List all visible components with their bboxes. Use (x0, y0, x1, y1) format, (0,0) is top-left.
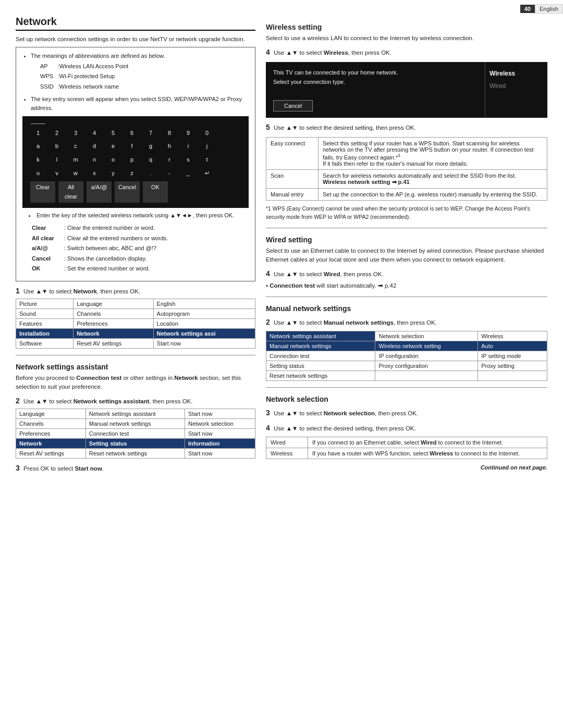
easy-connect-desc: Select this setting if your router has a… (319, 138, 547, 170)
divider-4 (266, 387, 547, 388)
nsa-row-channels: Channels Manual network settings Network… (16, 419, 255, 429)
ns-wireless-row: Wireless If you have a router with WPS f… (266, 448, 547, 459)
key-grid: 1 2 3 4 5 6 7 8 9 0 a b (22, 116, 249, 208)
step4-ns: 4 Use ▲▼ to select the desired setting, … (266, 423, 547, 434)
legend-aA-val: : Switch between abc, ABC and @!? (64, 244, 170, 253)
step5-wireless: 5 Use ▲▼ to select the desired setting, … (266, 122, 547, 133)
wired-bullet: • Connection test will start automatical… (266, 281, 547, 290)
mns-proxysetting: Proxy setting (478, 361, 547, 371)
legend-ok-key: OK (32, 264, 63, 274)
ns-wired-row: Wired If you connect to an Ethernet cabl… (266, 437, 547, 448)
mns-empty1 (375, 371, 478, 381)
step3-ns: 3 Use ▲▼ to select Network selection, th… (266, 408, 547, 418)
option-manual-entry: Manual entry Set up the connection to th… (266, 189, 547, 201)
nsa-table: Language Network settings assistant Star… (16, 409, 255, 459)
abbrev-ssid-key: SSID (40, 82, 57, 92)
key-row-u: u v w x y z . - _ ↵ (29, 167, 242, 180)
mns-conntest: Connection test (266, 351, 375, 361)
wireless-desc: Select to use a wireless LAN to connect … (266, 34, 547, 43)
continued-text: Continued on next page. (266, 464, 547, 471)
nsa-row-preferences: Preferences Connection test Start now (16, 429, 255, 439)
option-wireless[interactable]: Wireless (489, 67, 543, 80)
wireless-options-table: Easy connect Select this setting if your… (266, 137, 547, 201)
cancel-button[interactable]: Cancel (273, 100, 313, 112)
legend-allclear-key: All clear (32, 234, 63, 243)
step4-wireless: 4 Use ▲▼ to select Wireless, then press … (266, 47, 547, 58)
nsa-desc: Before you proceed to Connection test or… (16, 374, 255, 392)
mns-row-2: Manual network settings Wireless network… (266, 341, 547, 351)
menu-row-features: Features Preferences Location (16, 318, 255, 328)
mns-nsa: Network settings assistant (266, 331, 375, 341)
divider-3 (266, 297, 547, 297)
wireless-footnote: *1 WPS (Easy Connect) cannot be used whe… (266, 205, 547, 221)
left-column: Network Set up network connection settin… (16, 16, 255, 476)
key-row-k: k l m n o p q r s t (29, 154, 242, 166)
key-row-numbers: 1 2 3 4 5 6 7 8 9 0 (29, 127, 242, 140)
nsa-title: Network settings assistant (16, 363, 255, 371)
wired-title: Wired setting (266, 236, 547, 244)
menu-row-software: Software Reset AV settings Start now (16, 338, 255, 348)
legend-table: Clear : Clear the entered number or word… (31, 223, 171, 275)
nsa-row-reset: Reset AV settings Reset network settings… (16, 449, 255, 459)
mns-wns: Wireless network setting (375, 341, 478, 351)
menu-row-picture: Picture Language English (16, 299, 255, 309)
main-layout: Network Set up network connection settin… (16, 16, 547, 476)
easy-connect-label: Easy connect (266, 138, 319, 170)
legend-cancel-key: Cancel (32, 254, 63, 264)
abbrev-ap-key: AP (40, 62, 57, 71)
page-language: English (535, 4, 563, 14)
step4-wired: 4 Use ▲▼ to select Wired, then press OK. (266, 268, 547, 279)
step2-nsa: 2 Use ▲▼ to select Network settings assi… (16, 396, 255, 406)
right-column: Wireless setting Select to use a wireles… (266, 16, 547, 476)
wireless-title: Wireless setting (266, 23, 547, 31)
bullet-enter: Enter the key of the selected wireless n… (29, 211, 249, 220)
wireless-box-text: This TV can be connected to your home ne… (266, 62, 485, 118)
legend-ok-val: : Set the entered number or word. (64, 264, 170, 274)
ns-wireless-desc: If you have a router with WPS function, … (308, 448, 547, 459)
step3-nsa: 3 Press OK to select Start now. (16, 463, 255, 474)
mns-manual: Manual network settings (266, 341, 375, 351)
legend-allclear-val: : Clear all the entered numbers or words… (64, 234, 170, 243)
menu-table-network: Picture Language English Sound Channels … (16, 299, 255, 349)
mns-row-1: Network settings assistant Network selec… (266, 331, 547, 341)
mns-empty2 (478, 371, 547, 381)
legend-clear-val: : Clear the entered number or word. (64, 224, 170, 233)
option-scan: Scan Search for wireless networks automa… (266, 170, 547, 189)
option-wired[interactable]: Wired (489, 80, 543, 92)
abbrev-wps-val: :Wi-Fi protected Setup (58, 72, 132, 81)
mns-setstatus: Setting status (266, 361, 375, 371)
network-intro: Set up network connection settings in or… (16, 35, 255, 44)
bullet-abbrev: The meanings of abbreviations are define… (31, 52, 249, 92)
step1-instruction: 1 Use ▲▼ to select Network, then press O… (16, 286, 255, 297)
mns-row-3: Connection test IP configuration IP sett… (266, 351, 547, 361)
nsa-row-network: Network Setting status Information (16, 439, 255, 449)
mns-row-5: Reset network settings (266, 371, 547, 381)
manual-net-title: Manual network settings (266, 304, 547, 313)
mns-auto: Auto (478, 341, 547, 351)
mns-proxyconf: Proxy configuration (375, 361, 478, 371)
legend-clear-key: Clear (32, 224, 63, 233)
ns-wireless-label: Wireless (266, 448, 308, 459)
step2-mns: 2 Use ▲▼ to select Manual network settin… (266, 317, 547, 328)
page-number: 40 (520, 5, 535, 13)
manual-entry-desc: Set up the connection to the AP (e.g. wi… (319, 189, 547, 201)
menu-row-installation: Installation Network Network settings as… (16, 328, 255, 338)
netsel-title: Network selection (266, 395, 547, 403)
ns-wired-desc: If you connect to an Ethernet cable, sel… (308, 437, 547, 448)
page-container: 40 English Network Set up network connec… (0, 0, 563, 728)
abbrev-ssid-val: :Wireless network name (58, 82, 132, 92)
divider-2 (266, 228, 547, 228)
page-number-bar: 40 English (520, 4, 563, 14)
mns-netsel: Network selection (375, 331, 478, 341)
wireless-options-list: Wireless Wired (485, 62, 547, 118)
mns-table: Network settings assistant Network selec… (266, 331, 547, 381)
abbrev-wps-key: WPS (40, 72, 57, 81)
wireless-connection-box: This TV can be connected to your home ne… (266, 62, 547, 118)
manual-entry-label: Manual entry (266, 189, 319, 201)
key-row-actions: Clear All clear a/A/@ Cancel OK (29, 181, 242, 203)
ns-wired-label: Wired (266, 437, 308, 448)
legend-aA-key: a/A/@ (32, 244, 63, 253)
mns-wireless: Wireless (478, 331, 547, 341)
mns-row-4: Setting status Proxy configuration Proxy… (266, 361, 547, 371)
menu-row-sound: Sound Channels Autoprogram (16, 309, 255, 318)
